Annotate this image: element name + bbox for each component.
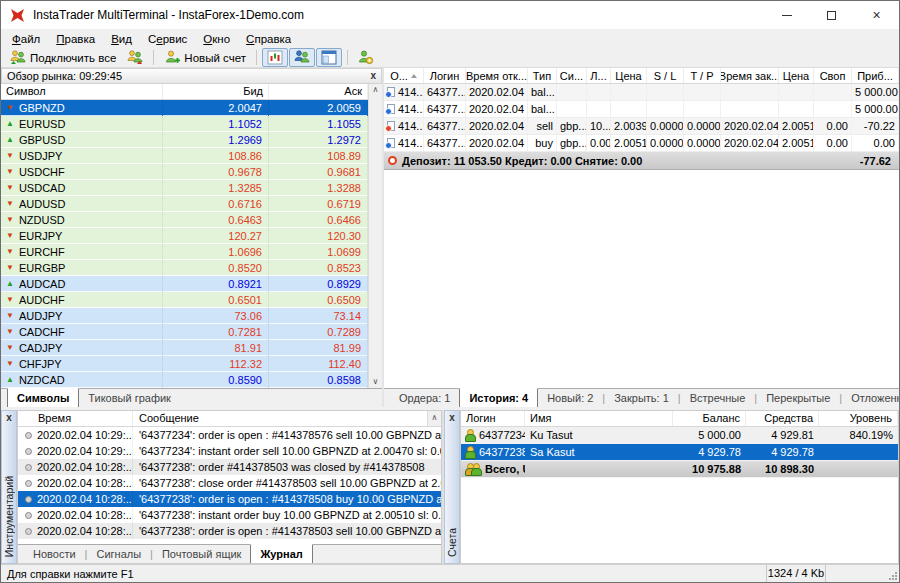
account-row[interactable]: Всего, USD10 975.8810 898.30 <box>461 461 898 478</box>
journal-column-header-0[interactable]: Время <box>18 411 133 426</box>
market-watch-tab-0[interactable]: Символы <box>7 388 79 408</box>
orders-tab-3[interactable]: Закрыть: 1 <box>605 390 678 407</box>
orders-column-header-4[interactable]: Си... <box>557 68 587 83</box>
journal-row[interactable]: 2020.02.04 10:28:...'64377238': order is… <box>18 523 441 539</box>
resize-grip-icon[interactable] <box>886 569 898 581</box>
menu-item-view[interactable]: Вид <box>103 31 140 47</box>
account-settings-button[interactable] <box>353 48 379 67</box>
orders-column-header-0[interactable]: О... <box>384 68 424 83</box>
accounts-close-button[interactable]: x <box>449 411 455 424</box>
journal-close-button[interactable]: x <box>6 411 12 424</box>
market-row-audchf[interactable]: ▼AUDCHF0.65010.6509 <box>1 292 368 308</box>
orders-column-header-2[interactable]: Время отк... <box>466 68 528 83</box>
connect-all-button[interactable]: Подключить все <box>5 48 121 67</box>
order-cell-10 <box>779 101 814 117</box>
market-row-gbpusd[interactable]: ▲GBPUSD1.29691.2972 <box>1 132 368 148</box>
orders-column-header-10[interactable]: Цена <box>779 68 814 83</box>
menu-item-edit[interactable]: Правка <box>48 31 103 47</box>
maximize-button[interactable] <box>809 1 854 29</box>
order-row[interactable]: 414...64377...2020.02.04 ...buygbp...0.0… <box>384 135 899 152</box>
scroll-down-icon[interactable]: ∨ <box>373 378 379 386</box>
orders-column-header-9[interactable]: Время зак... <box>721 68 779 83</box>
tick-chart-toggle-button[interactable] <box>262 48 288 67</box>
orders-column-header-5[interactable]: Л... <box>587 68 611 83</box>
orders-column-header-12[interactable]: Приб... <box>852 68 899 83</box>
journal-tab-2[interactable]: Почтовый ящик <box>153 546 250 563</box>
market-row-cadjpy[interactable]: ▼CADJPY81.9181.99 <box>1 340 368 356</box>
orders-tab-5[interactable]: Перекрытые <box>757 390 839 407</box>
disconnect-all-button[interactable] <box>122 48 148 67</box>
market-row-chfjpy[interactable]: ▼CHFJPY112.32112.40 <box>1 356 368 372</box>
account-equity-cell: 10 898.30 <box>746 463 819 475</box>
menu-item-help[interactable]: Справка <box>238 31 299 47</box>
market-watch-scrollbar[interactable]: ∧ ∨ <box>368 84 382 388</box>
market-row-gbpnzd[interactable]: ▼GBPNZD2.00472.0059 <box>1 100 368 116</box>
market-row-eurchf[interactable]: ▼EURCHF1.06961.0699 <box>1 244 368 260</box>
market-column-header-1[interactable]: Бид <box>163 84 269 99</box>
market-column-header-2[interactable]: Аск <box>269 84 368 99</box>
journal-column-header-1[interactable]: Сообщение <box>133 411 427 426</box>
orders-column-header-11[interactable]: Своп <box>814 68 852 83</box>
close-button[interactable]: × <box>854 1 899 29</box>
journal-row[interactable]: 2020.02.04 10:28:...'64377238': close or… <box>18 475 441 491</box>
accounts-column-header-1[interactable]: Имя <box>525 411 673 426</box>
journal-row[interactable]: 2020.02.04 10:29:...'64377234': instant … <box>18 443 441 459</box>
journal-tab-1[interactable]: Сигналы <box>87 546 150 563</box>
orders-column-header-6[interactable]: Цена <box>611 68 647 83</box>
journal-row[interactable]: 2020.02.04 10:29:...'64377234': order is… <box>18 427 441 443</box>
market-row-audcad[interactable]: ▲AUDCAD0.89210.8929 <box>1 276 368 292</box>
scroll-up-icon[interactable]: ∧ <box>373 86 379 94</box>
market-row-nzdusd[interactable]: ▼NZDUSD0.64630.6466 <box>1 212 368 228</box>
orders-column-header-7[interactable]: S / L <box>647 68 684 83</box>
journal-row[interactable]: 2020.02.04 10:28:...'64377238': order is… <box>18 491 441 507</box>
order-row[interactable]: 414...64377...2020.02.04 ...bal...5 000.… <box>384 84 899 101</box>
market-row-usdjpy[interactable]: ▼USDJPY108.86108.89 <box>1 148 368 164</box>
title-bar[interactable]: InstaTrader MultiTerminal - InstaForex-1… <box>1 1 899 29</box>
orders-tab-0[interactable]: Ордера: 1 <box>390 390 459 407</box>
new-account-button[interactable]: Новый счет <box>159 48 251 67</box>
minimize-button[interactable] <box>764 1 809 29</box>
orders-column-headers: О...ЛогинВремя отк...ТипСи...Л...ЦенаS /… <box>384 68 899 84</box>
order-cell-3: bal... <box>528 101 557 117</box>
market-row-cadchf[interactable]: ▼CADCHF0.72810.7289 <box>1 324 368 340</box>
menu-item-window[interactable]: Окно <box>195 31 238 47</box>
order-row[interactable]: 414...64377...2020.02.04 ...bal...5 000.… <box>384 101 899 118</box>
orders-column-header-8[interactable]: T / P <box>684 68 721 83</box>
order-row[interactable]: 414...64377...2020.02.04 ...sellgbp...10… <box>384 118 899 135</box>
market-row-eurusd[interactable]: ▲EURUSD1.10521.1055 <box>1 116 368 132</box>
deposit-summary-row[interactable]: Депозит: 11 053.50 Кредит: 0.00 Снятие: … <box>384 152 899 170</box>
orders-column-header-1[interactable]: Логин <box>424 68 466 83</box>
layout-toggle-button[interactable] <box>316 48 342 67</box>
orders-column-header-3[interactable]: Тип <box>528 68 557 83</box>
orders-tab-4[interactable]: Встречные <box>681 390 755 407</box>
market-row-usdchf[interactable]: ▼USDCHF0.96780.9681 <box>1 164 368 180</box>
menu-item-file[interactable]: Файл <box>4 31 48 47</box>
menu-item-service[interactable]: Сервис <box>140 31 195 47</box>
accounts-column-header-2[interactable]: Баланс <box>673 411 746 426</box>
scroll-up-icon[interactable]: ∧ <box>427 411 441 426</box>
journal-row[interactable]: 2020.02.04 10:28:...'64377238': instant … <box>18 507 441 523</box>
orders-tab-6[interactable]: Отложенный: 1 <box>842 390 899 407</box>
orders-tab-2[interactable]: Новый: 2 <box>538 390 602 407</box>
journal-tab-3[interactable]: Журнал <box>250 544 312 564</box>
market-watch-tab-1[interactable]: Тиковый график <box>79 390 180 407</box>
market-row-eurgbp[interactable]: ▼EURGBP0.85200.8523 <box>1 260 368 276</box>
journal-row[interactable]: 2020.02.04 10:28:...'64377238': order #4… <box>18 459 441 475</box>
bid-value: 112.32 <box>163 356 269 372</box>
account-row[interactable]: 64377234Ku Tasut5 000.004 929.81840.19% <box>461 427 898 444</box>
market-row-audjpy[interactable]: ▼AUDJPY73.0673.14 <box>1 308 368 324</box>
order-cell-8: 0.0000 <box>684 135 721 151</box>
market-row-usdcad[interactable]: ▼USDCAD1.32851.3288 <box>1 180 368 196</box>
market-column-header-0[interactable]: Символ <box>1 84 163 99</box>
market-row-eurjpy[interactable]: ▼EURJPY120.27120.30 <box>1 228 368 244</box>
accounts-column-header-0[interactable]: Логин <box>461 411 525 426</box>
accounts-column-header-4[interactable]: Уровень <box>819 411 898 426</box>
accounts-column-header-3[interactable]: Средства <box>746 411 819 426</box>
orders-tab-1[interactable]: История: 4 <box>459 388 538 407</box>
market-row-nzdcad[interactable]: ▲NZDCAD0.85900.8598 <box>1 372 368 388</box>
market-row-audusd[interactable]: ▼AUDUSD0.67160.6719 <box>1 196 368 212</box>
market-watch-close-button[interactable]: x <box>370 71 376 81</box>
accounts-view-toggle-button[interactable] <box>289 48 315 67</box>
journal-tab-0[interactable]: Новости <box>24 546 85 563</box>
account-row[interactable]: 64377238Sa Kasut4 929.784 929.78 <box>461 444 898 461</box>
